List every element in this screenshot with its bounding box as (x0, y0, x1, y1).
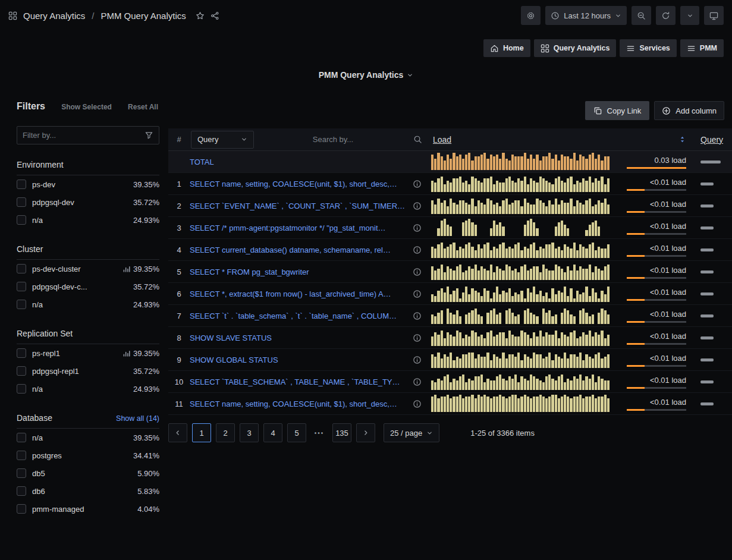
settings-button[interactable] (521, 6, 541, 25)
dashboard-title-dropdown[interactable]: PMM Query Analytics (0, 70, 732, 80)
nav-services-button[interactable]: Services (620, 39, 676, 57)
filter-checkbox[interactable] (17, 486, 26, 496)
filter-checkbox[interactable] (17, 504, 26, 514)
share-icon[interactable] (211, 11, 219, 20)
filter-item[interactable]: ps-dev-cluster39.35% (17, 260, 159, 278)
filter-checkbox[interactable] (17, 433, 26, 442)
add-column-button[interactable]: Add column (654, 101, 724, 120)
filter-checkbox[interactable] (17, 215, 26, 225)
next-page-button[interactable] (356, 423, 375, 442)
page-size-value: 25 / page (390, 429, 422, 438)
query-link[interactable]: SELECT name, setting, COALESCE(unit, $1)… (190, 399, 408, 408)
dimension-select[interactable]: Query (191, 131, 254, 149)
page-button[interactable]: 5 (287, 423, 306, 442)
table-row[interactable]: 11SELECT name, setting, COALESCE(unit, $… (168, 393, 732, 415)
nav-home-button[interactable]: Home (483, 39, 530, 57)
query-link[interactable]: SELECT `t` . `table_schema` , `t` . `tab… (190, 312, 408, 320)
filter-checkbox[interactable] (17, 300, 26, 309)
filter-checkbox[interactable] (17, 348, 26, 358)
table-row[interactable]: 3SELECT /* pmm-agent:pgstatmonitor */ "p… (168, 217, 732, 239)
table-row[interactable]: 4SELECT current_database() datname, sche… (168, 239, 732, 261)
filter-item[interactable]: n/a24.93% (17, 380, 159, 398)
copy-link-button[interactable]: Copy Link (585, 101, 650, 120)
sort-icon[interactable] (678, 135, 686, 144)
refresh-button[interactable] (656, 6, 676, 25)
show-all-link[interactable]: Show all (14) (116, 414, 159, 423)
table-row[interactable]: 7SELECT `t` . `table_schema` , `t` . `ta… (168, 305, 732, 327)
table-row[interactable]: 10SELECT `TABLE_SCHEMA` , TABLE_NAME , `… (168, 371, 732, 393)
filter-item[interactable]: pdpgsql-dev35.72% (17, 193, 159, 211)
query-link[interactable]: SELECT `EVENT_NAME` , `COUNT_STAR` , `SU… (190, 202, 408, 210)
query-link[interactable]: SELECT *, extract($1 from now() - last_a… (190, 290, 408, 298)
filter-item[interactable]: db55.90% (17, 464, 159, 482)
query-link[interactable]: TOTAL (190, 158, 422, 166)
query-link[interactable]: SELECT `TABLE_SCHEMA` , TABLE_NAME , `TA… (190, 377, 408, 386)
info-icon[interactable] (413, 312, 422, 320)
table-row[interactable]: 2SELECT `EVENT_NAME` , `COUNT_STAR` , `S… (168, 195, 732, 217)
filter-checkbox[interactable] (17, 197, 26, 207)
filter-search-input[interactable] (23, 131, 144, 140)
table-search-input[interactable] (254, 135, 428, 144)
page-button[interactable]: 2 (216, 423, 235, 442)
filter-item[interactable]: n/a24.93% (17, 211, 159, 229)
prev-page-button[interactable] (168, 423, 187, 442)
info-icon[interactable] (413, 202, 422, 210)
info-icon[interactable] (413, 246, 422, 254)
show-selected-link[interactable]: Show Selected (61, 103, 112, 111)
last-page-button[interactable]: 135 (332, 423, 351, 442)
info-icon[interactable] (413, 334, 422, 342)
filter-checkbox[interactable] (17, 180, 26, 189)
star-icon[interactable] (196, 11, 205, 20)
breadcrumb-page[interactable]: PMM Query Analytics (100, 11, 186, 21)
reset-all-link[interactable]: Reset All (128, 103, 158, 111)
page-button[interactable]: 4 (263, 423, 282, 442)
filter-checkbox[interactable] (17, 451, 26, 460)
table-row[interactable]: 1SELECT name, setting, COALESCE(unit, $1… (168, 173, 732, 195)
time-range-picker[interactable]: Last 12 hours (545, 6, 627, 25)
refresh-interval-dropdown[interactable] (680, 6, 699, 25)
info-icon[interactable] (413, 290, 422, 298)
page-button[interactable]: 1 (192, 423, 211, 442)
table-row[interactable]: 9SHOW GLOBAL STATUS<0.01 load (168, 349, 732, 371)
filters-title: Filters (17, 101, 45, 112)
info-icon[interactable] (413, 268, 422, 276)
query-link[interactable]: SELECT current_database() datname, schem… (190, 246, 408, 254)
filter-checkbox[interactable] (17, 468, 26, 478)
filter-checkbox[interactable] (17, 384, 26, 394)
filter-item[interactable]: pdpgsql-dev-c...35.72% (17, 278, 159, 295)
filter-item[interactable]: ps-repl139.35% (17, 344, 159, 362)
nav-query-analytics-button[interactable]: Query Analytics (534, 39, 617, 57)
filter-item[interactable]: n/a24.93% (17, 295, 159, 313)
filter-checkbox[interactable] (17, 366, 26, 376)
breadcrumb-section[interactable]: Query Analytics (23, 11, 85, 21)
info-icon[interactable] (413, 399, 422, 408)
page-button[interactable]: 3 (240, 423, 259, 442)
filter-checkbox[interactable] (17, 264, 26, 273)
right-column-label[interactable]: Query (700, 135, 723, 144)
info-icon[interactable] (413, 224, 422, 232)
info-icon[interactable] (413, 355, 422, 364)
query-link[interactable]: SELECT name, setting, COALESCE(unit, $1)… (190, 180, 408, 188)
filter-item[interactable]: pmm-managed4.04% (17, 500, 159, 518)
table-row[interactable]: 8SHOW SLAVE STATUS<0.01 load (168, 327, 732, 349)
query-link[interactable]: SHOW GLOBAL STATUS (190, 355, 408, 364)
zoom-out-button[interactable] (632, 6, 651, 25)
filter-item[interactable]: pdpgsql-repl135.72% (17, 362, 159, 380)
query-link[interactable]: SELECT * FROM pg_stat_bgwriter (190, 268, 408, 276)
filter-checkbox[interactable] (17, 282, 26, 291)
kiosk-mode-button[interactable] (704, 6, 724, 25)
nav-pmm-button[interactable]: PMM (680, 39, 724, 57)
table-row[interactable]: 6SELECT *, extract($1 from now() - last_… (168, 283, 732, 305)
query-link[interactable]: SELECT /* pmm-agent:pgstatmonitor */ "pg… (190, 224, 408, 232)
filter-item[interactable]: postgres34.41% (17, 446, 159, 464)
page-size-select[interactable]: 25 / page (384, 423, 439, 442)
filter-item[interactable]: ps-dev39.35% (17, 175, 159, 193)
filter-item[interactable]: n/a39.35% (17, 429, 159, 446)
info-icon[interactable] (413, 377, 422, 386)
load-column-label[interactable]: Load (433, 135, 451, 144)
filter-item[interactable]: db65.83% (17, 482, 159, 500)
query-link[interactable]: SHOW SLAVE STATUS (190, 334, 408, 342)
info-icon[interactable] (413, 180, 422, 188)
table-row[interactable]: TOTAL0.03 load (168, 151, 732, 173)
table-row[interactable]: 5SELECT * FROM pg_stat_bgwriter<0.01 loa… (168, 261, 732, 283)
